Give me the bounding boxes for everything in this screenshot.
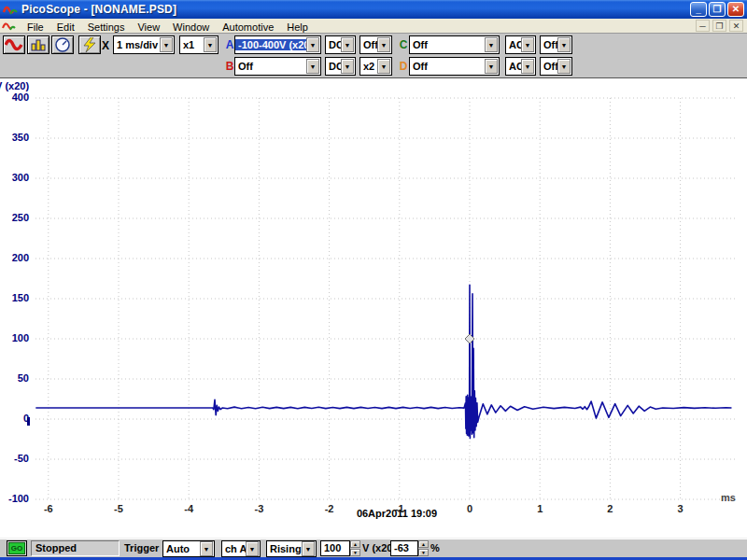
picoscope-window: PicoScope - [NONAME.PSD] _ ❐ ✕ FileEditS… xyxy=(0,0,747,560)
meter-view-button[interactable] xyxy=(51,35,74,54)
chevron-down-icon[interactable]: ▼ xyxy=(200,541,213,556)
channel-b-coupling-dropdown[interactable]: DC ▼ xyxy=(325,57,356,76)
menu-automotive[interactable]: Automotive xyxy=(216,21,280,34)
y-tick-label: 100 xyxy=(0,332,29,343)
timebase-mult-dropdown[interactable]: x1 ▼ xyxy=(179,35,218,54)
trigger-edge-dropdown[interactable]: Rising ▼ xyxy=(266,540,317,557)
menu-items: FileEditSettingsViewWindowAutomotiveHelp xyxy=(21,18,315,35)
spin-up-icon: ▲ xyxy=(350,540,360,548)
mdi-close-icon[interactable]: ✕ xyxy=(729,20,743,32)
x-tick-label: 0 xyxy=(451,503,488,514)
window-title: PicoScope - [NONAME.PSD] xyxy=(21,3,176,16)
channel-c-range-dropdown[interactable]: Off ▼ xyxy=(409,35,500,54)
channel-d-range-dropdown[interactable]: Off ▼ xyxy=(409,57,500,76)
chevron-down-icon[interactable]: ▼ xyxy=(246,541,259,556)
chevron-down-icon[interactable]: ▼ xyxy=(341,37,354,52)
chevron-down-icon[interactable]: ▼ xyxy=(521,59,534,74)
channel-c-coupling-dropdown[interactable]: AC ▼ xyxy=(505,35,536,54)
channel-a-range-dropdown[interactable]: -100-400V (x20) ▼ xyxy=(234,35,321,54)
spin-down-icon: ▼ xyxy=(350,549,360,556)
capture-status: Stopped xyxy=(31,540,120,556)
mdi-minimize-icon[interactable]: ─ xyxy=(696,20,710,32)
chevron-down-icon[interactable]: ▼ xyxy=(485,37,498,52)
chevron-down-icon[interactable]: ▼ xyxy=(306,59,319,74)
x-tick-label: -4 xyxy=(170,503,207,514)
mdi-restore-icon[interactable]: ❐ xyxy=(712,20,726,32)
y-tick-label: 350 xyxy=(0,132,29,143)
chevron-down-icon[interactable]: ▼ xyxy=(557,37,571,52)
channel-c-mult-dropdown[interactable]: Off ▼ xyxy=(540,35,572,54)
channel-a-label: A xyxy=(225,38,234,51)
channel-d-coupling-dropdown[interactable]: AC ▼ xyxy=(505,57,536,76)
chevron-down-icon[interactable]: ▼ xyxy=(485,59,498,74)
waveform-plot xyxy=(0,78,747,538)
channel-d-mult-dropdown[interactable]: Off ▼ xyxy=(540,57,572,76)
menu-help[interactable]: Help xyxy=(280,21,315,34)
x-tick-label: -5 xyxy=(100,503,137,514)
trigger-button[interactable] xyxy=(78,35,101,54)
x-tick-label: -3 xyxy=(240,503,277,514)
chevron-down-icon[interactable]: ▼ xyxy=(204,37,217,52)
chevron-down-icon[interactable]: ▼ xyxy=(306,37,319,52)
x-axis-unit-label: ms xyxy=(721,492,736,503)
chevron-down-icon[interactable]: ▼ xyxy=(557,59,571,74)
y-axis-unit-label: V (x20) xyxy=(0,80,29,91)
go-button[interactable]: GO xyxy=(7,540,27,556)
spin-up-icon: ▲ xyxy=(418,540,429,548)
y-tick-label: -50 xyxy=(0,453,29,464)
x-tick-label: -1 xyxy=(381,503,418,514)
y-tick-label: 150 xyxy=(0,292,29,303)
menu-window[interactable]: Window xyxy=(166,21,216,34)
toolbar: X 1 ms/div ▼ x1 ▼ A -100-400V (x20) ▼ DC… xyxy=(0,34,747,78)
y-tick-label: 0 xyxy=(0,413,29,424)
trigger-level-stepper[interactable]: ▲▼ xyxy=(350,540,360,556)
chevron-down-icon[interactable]: ▼ xyxy=(377,59,390,74)
channel-b-mult-dropdown[interactable]: x2 ▼ xyxy=(359,57,392,76)
close-button[interactable]: ✕ xyxy=(727,2,744,17)
chevron-down-icon[interactable]: ▼ xyxy=(377,37,390,52)
minimize-button[interactable]: _ xyxy=(690,2,707,17)
x-tick-label: 3 xyxy=(662,503,699,514)
trigger-mode-dropdown[interactable]: Auto ▼ xyxy=(162,540,215,557)
x-tick-label: -2 xyxy=(311,503,348,514)
channel-a-trace xyxy=(35,285,731,438)
trigger-level-input[interactable]: 100 xyxy=(320,540,350,556)
chevron-down-icon[interactable]: ▼ xyxy=(160,37,173,52)
chevron-down-icon[interactable]: ▼ xyxy=(302,541,315,556)
trigger-source-dropdown[interactable]: ch A ▼ xyxy=(221,540,261,557)
trigger-bolt-icon xyxy=(81,37,98,52)
menu-settings[interactable]: Settings xyxy=(81,21,132,34)
timebase-dropdown[interactable]: 1 ms/div ▼ xyxy=(113,35,175,54)
menu-bar: FileEditSettingsViewWindowAutomotiveHelp… xyxy=(0,19,747,34)
title-bar[interactable]: PicoScope - [NONAME.PSD] _ ❐ ✕ xyxy=(0,0,747,19)
y-tick-label: 200 xyxy=(0,252,29,263)
x-tick-label: 2 xyxy=(591,503,628,514)
scope-view-button[interactable] xyxy=(3,35,25,54)
menu-view[interactable]: View xyxy=(131,21,166,34)
spectrum-view-button[interactable] xyxy=(27,35,49,54)
trigger-delay-input[interactable]: -63 xyxy=(390,540,418,556)
channel-b-range-dropdown[interactable]: Off ▼ xyxy=(234,57,321,76)
scope-wave-icon xyxy=(5,38,23,51)
trigger-delay-stepper[interactable]: ▲▼ xyxy=(418,540,429,556)
scope-display: V (x20) ms 06Apr2011 19:09 4003503002502… xyxy=(0,78,747,538)
spectrum-bars-icon xyxy=(29,38,48,51)
x-axis-toolbar-label: X xyxy=(102,39,109,52)
chevron-down-icon[interactable]: ▼ xyxy=(341,59,354,74)
channel-c-label: C xyxy=(399,38,408,51)
menu-edit[interactable]: Edit xyxy=(50,21,81,34)
meter-gauge-icon xyxy=(54,37,71,52)
menu-file[interactable]: File xyxy=(21,21,50,34)
status-bar: GO Stopped Trigger Auto ▼ ch A ▼ Rising … xyxy=(0,538,747,557)
channel-a-coupling-dropdown[interactable]: DC ▼ xyxy=(325,35,356,54)
y-tick-label: 400 xyxy=(0,91,29,103)
channel-a-mult-dropdown[interactable]: Off ▼ xyxy=(359,35,392,54)
x-tick-label: -6 xyxy=(30,503,67,514)
app-logo-icon xyxy=(3,3,18,16)
y-tick-label: 300 xyxy=(0,172,29,183)
restore-button[interactable]: ❐ xyxy=(709,2,726,17)
y-tick-label: 250 xyxy=(0,212,29,223)
spin-down-icon: ▼ xyxy=(418,549,429,556)
x-tick-label: 1 xyxy=(521,503,558,514)
chevron-down-icon[interactable]: ▼ xyxy=(521,37,534,52)
